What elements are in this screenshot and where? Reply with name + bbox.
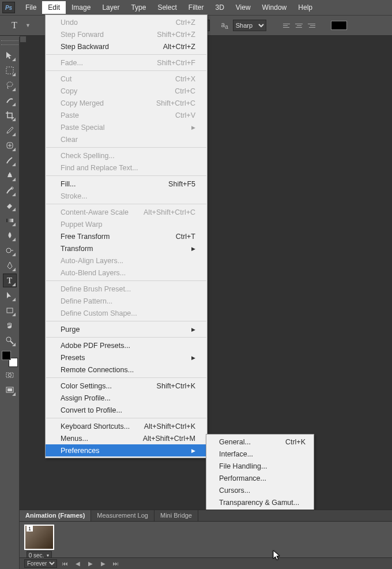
menu-item-convert-to-profile[interactable]: Convert to Profile... bbox=[46, 404, 207, 416]
submenu-item-general[interactable]: General...Ctrl+K bbox=[206, 436, 314, 448]
zoom-tool[interactable] bbox=[3, 334, 17, 347]
crop-tool[interactable] bbox=[3, 108, 17, 122]
menu-item-label: Define Pattern... bbox=[61, 297, 112, 305]
menu-item-label: Step Forward bbox=[61, 31, 104, 39]
menu-item-step-forward: Step ForwardShift+Ctrl+Z bbox=[46, 28, 207, 40]
anti-alias-select[interactable]: Sharp bbox=[233, 20, 266, 31]
hand-tool[interactable] bbox=[3, 319, 17, 332]
menu-item-find-and-replace-text: Find and Replace Text... bbox=[46, 162, 207, 174]
menu-item-check-spelling: Check Spelling... bbox=[46, 149, 207, 162]
animation-frame-1[interactable]: 1 0 sec.▼ bbox=[24, 525, 54, 560]
app-logo: Ps bbox=[2, 2, 15, 13]
tab-measurement-log[interactable]: Measurement Log bbox=[91, 510, 154, 521]
screen-mode-toggle[interactable] bbox=[3, 383, 17, 397]
rectangle-tool[interactable] bbox=[3, 304, 17, 317]
animation-controls: Forever ⏮ ◀ ▶ ▶ ⏭ bbox=[20, 557, 392, 569]
menu-filter[interactable]: Filter bbox=[183, 1, 210, 14]
menu-item-label: Stroke... bbox=[61, 192, 88, 200]
prev-frame-button[interactable]: ◀ bbox=[73, 560, 82, 568]
marquee-tool[interactable] bbox=[3, 63, 17, 77]
submenu-arrow-icon: ▶ bbox=[191, 355, 195, 361]
path-selection-tool[interactable] bbox=[3, 289, 17, 302]
submenu-item-label: Cursors... bbox=[219, 486, 250, 495]
tool-preset-type-icon[interactable]: T bbox=[8, 19, 21, 32]
menu-3d[interactable]: 3D bbox=[209, 1, 229, 14]
first-frame-button[interactable]: ⏮ bbox=[61, 560, 70, 568]
quick-mask-toggle[interactable] bbox=[3, 368, 17, 382]
menu-item-purge[interactable]: Purge▶ bbox=[46, 323, 207, 335]
blur-tool[interactable] bbox=[3, 229, 17, 242]
move-tool[interactable] bbox=[3, 48, 17, 62]
menu-help[interactable]: Help bbox=[292, 1, 318, 14]
menu-select[interactable]: Select bbox=[152, 1, 182, 14]
text-color-swatch[interactable] bbox=[331, 21, 347, 30]
menu-item-copy-merged: Copy MergedShift+Ctrl+C bbox=[46, 97, 207, 109]
menu-item-label: Transform bbox=[61, 245, 93, 253]
panel-grip[interactable] bbox=[1, 40, 18, 45]
menu-item-fade: Fade...Shift+Ctrl+F bbox=[46, 57, 207, 69]
quick-selection-tool[interactable] bbox=[3, 93, 17, 107]
eraser-tool[interactable] bbox=[3, 199, 17, 212]
loop-select[interactable]: Forever bbox=[24, 559, 57, 568]
menu-item-shortcut: Shift+Ctrl+Z bbox=[157, 31, 195, 39]
menu-view[interactable]: View bbox=[230, 1, 257, 14]
menu-item-remote-connections[interactable]: Remote Connections... bbox=[46, 364, 207, 376]
frame-thumbnail[interactable]: 1 bbox=[24, 525, 54, 550]
menu-item-color-settings[interactable]: Color Settings...Shift+Ctrl+K bbox=[46, 380, 207, 392]
svg-point-1 bbox=[7, 82, 13, 87]
foreground-color-swatch[interactable] bbox=[2, 351, 11, 360]
menu-window[interactable]: Window bbox=[257, 1, 293, 14]
submenu-item-label: Interface... bbox=[219, 450, 253, 458]
menu-item-step-backward[interactable]: Step BackwardAlt+Ctrl+Z bbox=[46, 40, 207, 53]
menu-item-presets[interactable]: Presets▶ bbox=[46, 351, 207, 364]
type-tool[interactable]: T bbox=[3, 274, 17, 287]
menu-item-free-transform[interactable]: Free TransformCtrl+T bbox=[46, 230, 207, 242]
menu-file[interactable]: File bbox=[20, 1, 42, 14]
submenu-item-performance[interactable]: Performance... bbox=[206, 472, 314, 484]
menu-edit[interactable]: Edit bbox=[42, 1, 66, 14]
menu-item-adobe-pdf-presets[interactable]: Adobe PDF Presets... bbox=[46, 339, 207, 351]
lasso-tool[interactable] bbox=[3, 78, 17, 92]
menu-type[interactable]: Type bbox=[125, 1, 152, 14]
dropdown-caret-icon[interactable]: ▼ bbox=[25, 23, 31, 28]
menu-image[interactable]: Image bbox=[66, 1, 96, 14]
clone-stamp-tool[interactable] bbox=[3, 169, 17, 182]
menu-item-label: Adobe PDF Presets... bbox=[61, 342, 130, 350]
foreground-background-colors[interactable] bbox=[2, 351, 18, 367]
animation-panel: Animation (Frames) Measurement Log Mini … bbox=[20, 510, 392, 569]
dodge-tool[interactable] bbox=[3, 244, 17, 257]
align-right-button[interactable] bbox=[306, 20, 317, 31]
menu-item-assign-profile[interactable]: Assign Profile... bbox=[46, 392, 207, 404]
align-center-button[interactable] bbox=[293, 20, 305, 31]
eyedropper-tool[interactable] bbox=[3, 123, 17, 137]
menu-item-transform[interactable]: Transform▶ bbox=[46, 242, 207, 254]
anti-alias-icon: aa bbox=[221, 21, 228, 30]
submenu-item-cursors[interactable]: Cursors... bbox=[206, 484, 314, 496]
tab-mini-bridge[interactable]: Mini Bridge bbox=[154, 510, 198, 521]
menu-layer[interactable]: Layer bbox=[96, 1, 125, 14]
play-button[interactable]: ▶ bbox=[86, 560, 95, 568]
next-frame-button[interactable]: ▶ bbox=[99, 560, 108, 568]
menu-item-label: Keyboard Shortcuts... bbox=[61, 422, 130, 431]
gradient-tool[interactable] bbox=[3, 214, 17, 227]
menu-item-paste: PasteCtrl+V bbox=[46, 109, 207, 121]
menu-item-fill[interactable]: Fill...Shift+F5 bbox=[46, 178, 207, 190]
brush-tool[interactable] bbox=[3, 154, 17, 167]
submenu-item-interface[interactable]: Interface... bbox=[206, 448, 314, 460]
menu-item-copy: CopyCtrl+C bbox=[46, 85, 207, 97]
menu-item-preferences[interactable]: Preferences▶ bbox=[46, 444, 207, 456]
last-frame-button[interactable]: ⏭ bbox=[111, 560, 120, 568]
menu-item-paste-special: Paste Special▶ bbox=[46, 121, 207, 133]
align-left-button[interactable] bbox=[281, 20, 293, 31]
history-brush-tool[interactable] bbox=[3, 184, 17, 197]
menu-item-menus[interactable]: Menus...Alt+Shift+Ctrl+M bbox=[46, 432, 207, 444]
submenu-item-transparency-gamut[interactable]: Transparency & Gamut... bbox=[206, 496, 314, 508]
menu-item-shortcut: Ctrl+T bbox=[176, 233, 195, 241]
submenu-item-file-handling[interactable]: File Handling... bbox=[206, 460, 314, 472]
healing-brush-tool[interactable] bbox=[3, 138, 17, 152]
pen-tool[interactable] bbox=[3, 259, 17, 272]
tab-animation-frames[interactable]: Animation (Frames) bbox=[20, 510, 91, 521]
menu-item-shortcut: Shift+Ctrl+F bbox=[157, 59, 195, 67]
menu-separator bbox=[46, 418, 206, 418]
menu-item-keyboard-shortcuts[interactable]: Keyboard Shortcuts...Alt+Shift+Ctrl+K bbox=[46, 420, 207, 432]
